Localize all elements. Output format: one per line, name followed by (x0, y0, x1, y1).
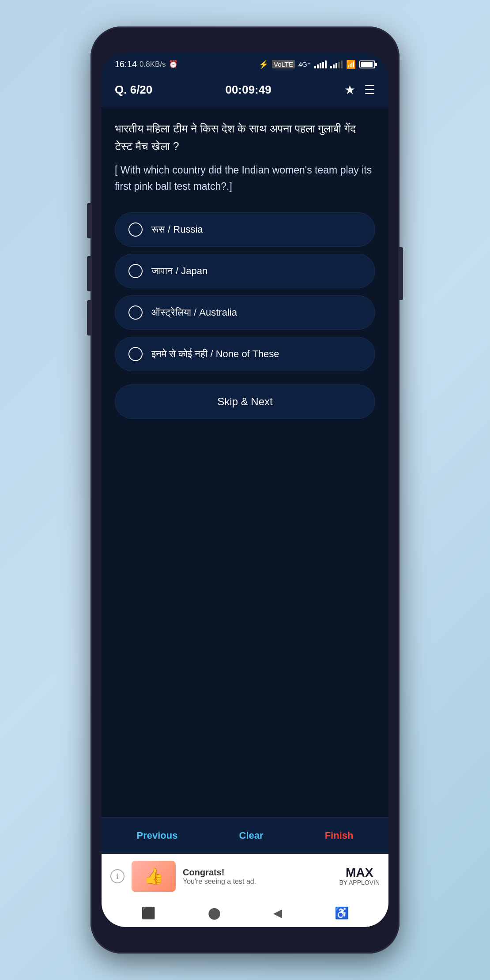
alarm-icon: ⏰ (169, 60, 178, 69)
header-bar: Q. 6/20 00:09:49 ★ ☰ (102, 74, 388, 106)
system-nav: ⬛ ⬤ ◀ ♿ (102, 899, 388, 927)
status-right: ⚡ VoLTE 4G⁺ 📶 (259, 60, 375, 69)
finish-button[interactable]: Finish (316, 825, 362, 846)
ad-brand-name: MAX (339, 867, 380, 879)
option-item-4[interactable]: इनमे से कोई नही / None of These (115, 337, 375, 371)
question-text: भारतीय महिला टीम ने किस देश के साथ अपना … (115, 120, 375, 195)
clear-button[interactable]: Clear (230, 825, 272, 846)
question-counter: Q. 6/20 (115, 83, 152, 97)
ad-subtitle: You're seeing a test ad. (183, 878, 332, 886)
bookmark-icon[interactable]: ★ (344, 83, 355, 97)
system-home-icon[interactable]: ⬤ (208, 906, 221, 920)
signal-bars-1 (314, 60, 327, 68)
radio-option-4[interactable] (128, 347, 143, 361)
ad-brand-sub: BY APPLOVIN (339, 879, 380, 886)
phone-screen: 16:14 0.8KB/s ⏰ ⚡ VoLTE 4G⁺ (102, 53, 388, 927)
header-icons: ★ ☰ (344, 83, 375, 97)
bottom-nav: Previous Clear Finish (102, 817, 388, 854)
status-bar: 16:14 0.8KB/s ⏰ ⚡ VoLTE 4G⁺ (102, 53, 388, 74)
ad-brand-block: MAX BY APPLOVIN (339, 867, 380, 886)
system-back-icon[interactable]: ⬛ (141, 906, 155, 920)
ad-content: Congrats! You're seeing a test ad. (183, 867, 332, 886)
skip-next-button[interactable]: Skip & Next (115, 384, 375, 419)
option-item-3[interactable]: ऑस्ट्रेलिया / Australia (115, 295, 375, 330)
wifi-icon: 📶 (346, 60, 356, 69)
time-display: 16:14 (115, 59, 137, 69)
battery-indicator (359, 60, 375, 68)
speed-display: 0.8KB/s (139, 60, 166, 69)
option-item-2[interactable]: जापान / Japan (115, 254, 375, 288)
volte-icon: VoLTE (272, 60, 295, 68)
network-4g-icon: 4G⁺ (298, 60, 311, 68)
status-left: 16:14 0.8KB/s ⏰ (115, 59, 178, 69)
radio-option-3[interactable] (128, 305, 143, 320)
option-text-2: जापान / Japan (151, 265, 207, 277)
ad-info-icon: ℹ (110, 869, 124, 883)
previous-button[interactable]: Previous (128, 825, 187, 846)
radio-option-2[interactable] (128, 264, 143, 278)
menu-icon[interactable]: ☰ (364, 83, 375, 97)
signal-bars-2 (330, 60, 343, 68)
question-english: [ With which country did the Indian wome… (115, 162, 375, 195)
battery-fill (361, 62, 373, 67)
ad-banner: ℹ 👍 Congrats! You're seeing a test ad. M… (102, 854, 388, 899)
option-text-3: ऑस्ट्रेलिया / Australia (151, 307, 237, 318)
system-accessibility-icon[interactable]: ♿ (335, 906, 349, 920)
content-area: भारतीय महिला टीम ने किस देश के साथ अपना … (102, 106, 388, 817)
system-recents-icon[interactable]: ◀ (273, 906, 282, 920)
bluetooth-icon: ⚡ (259, 60, 268, 69)
phone-outer: 16:14 0.8KB/s ⏰ ⚡ VoLTE 4G⁺ (90, 26, 400, 954)
option-text-1: रूस / Russia (151, 224, 203, 235)
radio-option-1[interactable] (128, 222, 143, 237)
ad-image: 👍 (132, 861, 176, 892)
option-item-1[interactable]: रूस / Russia (115, 212, 375, 247)
option-text-4: इनमे से कोई नही / None of These (151, 348, 279, 360)
timer-display: 00:09:49 (226, 83, 271, 97)
options-list: रूस / Russia जापान / Japan ऑस्ट्रेलिया /… (115, 212, 375, 371)
ad-title: Congrats! (183, 867, 332, 878)
question-hindi: भारतीय महिला टीम ने किस देश के साथ अपना … (115, 120, 375, 155)
